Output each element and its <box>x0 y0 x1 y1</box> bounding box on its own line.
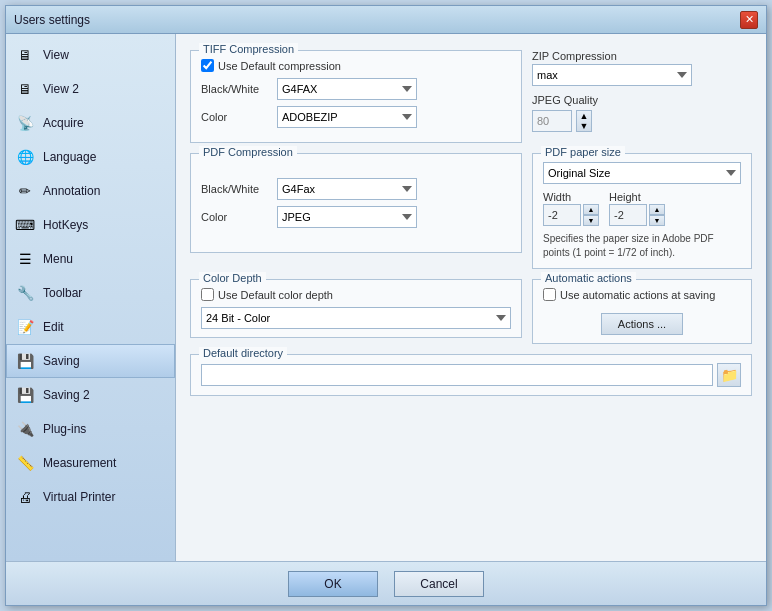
bottom-bar: OK Cancel <box>6 561 766 605</box>
acquire-label: Acquire <box>43 116 84 130</box>
virtual-printer-icon: 🖨 <box>15 487 35 507</box>
hotkeys-label: HotKeys <box>43 218 88 232</box>
height-input-row: ▲ ▼ <box>609 204 665 226</box>
use-auto-actions-checkbox[interactable] <box>543 288 556 301</box>
color-depth-select[interactable]: 24 Bit - Color 8 Bit - Grayscale 1 Bit -… <box>201 307 511 329</box>
bottom-section: Color Depth Use Default color depth 24 B… <box>190 279 752 354</box>
use-default-compression-row: Use Default compression <box>201 59 511 72</box>
pdf-bw-label: Black/White <box>201 183 271 195</box>
sidebar-item-toolbar[interactable]: 🔧 Toolbar <box>6 276 175 310</box>
width-down[interactable]: ▼ <box>583 215 599 226</box>
window-title: Users settings <box>14 13 90 27</box>
tiff-color-select[interactable]: ADOBEZIP ZIP LZW JPEG None <box>277 106 417 128</box>
pdf-color-row: Color JPEG LZW ZIP None <box>201 206 511 228</box>
cancel-button[interactable]: Cancel <box>394 571 484 597</box>
paper-size-note: Specifies the paper size in Adobe PDF po… <box>543 232 741 260</box>
actions-button[interactable]: Actions ... <box>601 313 683 335</box>
sidebar-item-language[interactable]: 🌐 Language <box>6 140 175 174</box>
width-group: Width ▲ ▼ <box>543 190 599 226</box>
use-default-color-depth-checkbox[interactable] <box>201 288 214 301</box>
jpeg-spin[interactable]: ▲▼ <box>576 110 592 132</box>
pdf-compression-col: PDF Compression Black/White G4Fax CCITT … <box>190 153 522 279</box>
menu-label: Menu <box>43 252 73 266</box>
tiff-bw-select[interactable]: G4FAX G4 CCITT LZW None <box>277 78 417 100</box>
zip-jpeg-col: ZIP Compression max fast none JPEG Quali… <box>532 44 752 153</box>
tiff-bw-label: Black/White <box>201 83 271 95</box>
saving2-icon: 💾 <box>15 385 35 405</box>
virtual-printer-label: Virtual Printer <box>43 490 115 504</box>
pdf-paper-size-section: PDF paper size Original Size A4 Letter L… <box>532 153 752 269</box>
pdf-color-select[interactable]: JPEG LZW ZIP None <box>277 206 417 228</box>
width-input[interactable] <box>543 204 581 226</box>
close-button[interactable]: ✕ <box>740 11 758 29</box>
height-input[interactable] <box>609 204 647 226</box>
color-depth-section: Color Depth Use Default color depth 24 B… <box>190 279 522 338</box>
middle-section: PDF Compression Black/White G4Fax CCITT … <box>190 153 752 279</box>
pdf-bw-select[interactable]: G4Fax CCITT LZW None <box>277 178 417 200</box>
view2-icon: 🖥 <box>15 79 35 99</box>
zip-label: ZIP Compression <box>532 50 752 62</box>
sidebar-item-view[interactable]: 🖥 View <box>6 38 175 72</box>
default-directory-section: Default directory 📁 <box>190 354 752 396</box>
toolbar-label: Toolbar <box>43 286 82 300</box>
sidebar-item-saving2[interactable]: 💾 Saving 2 <box>6 378 175 412</box>
sidebar-item-saving[interactable]: 💾 Saving <box>6 344 175 378</box>
pdf-color-label: Color <box>201 211 271 223</box>
edit-label: Edit <box>43 320 64 334</box>
sidebar-item-annotation[interactable]: ✏ Annotation <box>6 174 175 208</box>
sidebar-item-measurement[interactable]: 📏 Measurement <box>6 446 175 480</box>
hotkeys-icon: ⌨ <box>15 215 35 235</box>
color-depth-col: Color Depth Use Default color depth 24 B… <box>190 279 522 354</box>
main-content: TIFF Compression Use Default compression… <box>176 34 766 561</box>
tiff-compression-col: TIFF Compression Use Default compression… <box>190 44 522 153</box>
sidebar: 🖥 View 🖥 View 2 📡 Acquire 🌐 Language ✏ A… <box>6 34 176 561</box>
sidebar-item-acquire[interactable]: 📡 Acquire <box>6 106 175 140</box>
users-settings-window: Users settings ✕ 🖥 View 🖥 View 2 📡 Acqui… <box>5 5 767 606</box>
zip-select[interactable]: max fast none <box>532 64 692 86</box>
tiff-color-label: Color <box>201 111 271 123</box>
measurement-label: Measurement <box>43 456 116 470</box>
width-up[interactable]: ▲ <box>583 204 599 215</box>
wh-row: Width ▲ ▼ Height <box>543 190 741 226</box>
ok-button[interactable]: OK <box>288 571 378 597</box>
zip-select-row: max fast none <box>532 64 752 86</box>
sidebar-item-plugins[interactable]: 🔌 Plug-ins <box>6 412 175 446</box>
directory-input[interactable] <box>201 364 713 386</box>
use-default-compression-checkbox[interactable] <box>201 59 214 72</box>
saving-label: Saving <box>43 354 80 368</box>
paper-size-select-row: Original Size A4 Letter Legal <box>543 162 741 184</box>
top-section: TIFF Compression Use Default compression… <box>190 44 752 153</box>
plugins-icon: 🔌 <box>15 419 35 439</box>
use-default-color-depth-label: Use Default color depth <box>218 289 333 301</box>
browse-button[interactable]: 📁 <box>717 363 741 387</box>
pdf-section-title: PDF Compression <box>199 146 297 158</box>
sidebar-item-view2[interactable]: 🖥 View 2 <box>6 72 175 106</box>
sidebar-item-edit[interactable]: 📝 Edit <box>6 310 175 344</box>
annotation-label: Annotation <box>43 184 100 198</box>
height-spin[interactable]: ▲ ▼ <box>649 204 665 226</box>
sidebar-item-hotkeys[interactable]: ⌨ HotKeys <box>6 208 175 242</box>
automatic-actions-section: Automatic actions Use automatic actions … <box>532 279 752 344</box>
measurement-icon: 📏 <box>15 453 35 473</box>
pdf-paper-size-col: PDF paper size Original Size A4 Letter L… <box>532 153 752 279</box>
color-depth-title: Color Depth <box>199 272 266 284</box>
tiff-section-title: TIFF Compression <box>199 43 298 55</box>
acquire-icon: 📡 <box>15 113 35 133</box>
use-default-color-depth-row: Use Default color depth <box>201 288 511 301</box>
annotation-icon: ✏ <box>15 181 35 201</box>
height-label: Height <box>609 191 641 203</box>
menu-icon: ☰ <box>15 249 35 269</box>
sidebar-item-menu[interactable]: ☰ Menu <box>6 242 175 276</box>
width-spin[interactable]: ▲ ▼ <box>583 204 599 226</box>
pdf-compression-section: PDF Compression Black/White G4Fax CCITT … <box>190 153 522 253</box>
height-down[interactable]: ▼ <box>649 215 665 226</box>
jpeg-quality-input[interactable] <box>532 110 572 132</box>
use-default-compression-label: Use Default compression <box>218 60 341 72</box>
use-auto-actions-label: Use automatic actions at saving <box>560 289 715 301</box>
saving2-label: Saving 2 <box>43 388 90 402</box>
height-up[interactable]: ▲ <box>649 204 665 215</box>
sidebar-item-virtual-printer[interactable]: 🖨 Virtual Printer <box>6 480 175 514</box>
paper-size-select[interactable]: Original Size A4 Letter Legal <box>543 162 741 184</box>
use-auto-actions-row: Use automatic actions at saving <box>543 288 741 301</box>
saving-icon: 💾 <box>15 351 35 371</box>
